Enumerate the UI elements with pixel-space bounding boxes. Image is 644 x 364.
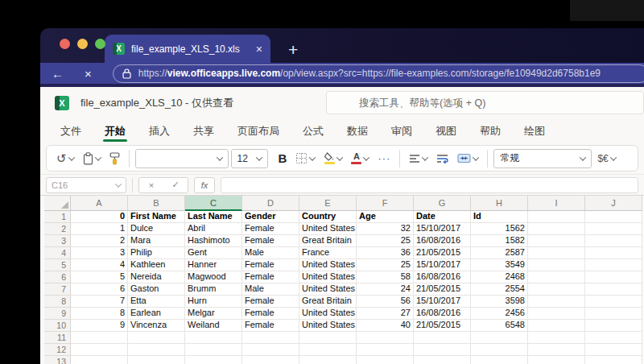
- column-header-G[interactable]: G: [414, 196, 471, 211]
- column-header-H[interactable]: H: [471, 196, 528, 211]
- tab-close-icon[interactable]: ×: [256, 43, 262, 55]
- font-color-button[interactable]: A: [348, 150, 372, 167]
- number-format-select[interactable]: 常规: [493, 149, 592, 168]
- cell-B6[interactable]: Nereida: [128, 271, 185, 283]
- cell-D2[interactable]: Female: [242, 223, 299, 235]
- cell-E4[interactable]: France: [299, 247, 357, 259]
- cell-D13[interactable]: [242, 356, 299, 364]
- menu-tab-7[interactable]: 审阅: [386, 119, 417, 143]
- name-box[interactable]: C16: [46, 177, 126, 193]
- cell-C10[interactable]: Weiland: [185, 320, 242, 332]
- cell-A5[interactable]: 4: [71, 259, 128, 271]
- row-header-11[interactable]: 11: [44, 332, 71, 344]
- cell-B9[interactable]: Earlean: [128, 308, 185, 320]
- cell-H8[interactable]: 3598: [471, 296, 528, 308]
- cell-J9[interactable]: [585, 308, 642, 320]
- cell-I10[interactable]: [528, 320, 585, 332]
- column-header-D[interactable]: D: [242, 196, 299, 211]
- cell-B10[interactable]: Vincenza: [128, 320, 185, 332]
- cell-F13[interactable]: [357, 356, 414, 364]
- cell-G1[interactable]: Date: [414, 211, 471, 223]
- cell-A3[interactable]: 2: [71, 235, 128, 247]
- cell-I4[interactable]: [528, 247, 585, 259]
- cell-F1[interactable]: Age: [357, 211, 414, 223]
- cell-C4[interactable]: Gent: [185, 247, 242, 259]
- cell-B12[interactable]: [128, 344, 185, 356]
- cell-F3[interactable]: 25: [357, 235, 414, 247]
- cell-D3[interactable]: Female: [242, 235, 299, 247]
- wrap-text-button[interactable]: [433, 151, 452, 166]
- cell-I1[interactable]: [528, 211, 585, 223]
- new-tab-button[interactable]: +: [288, 41, 298, 58]
- row-header-7[interactable]: 7: [44, 283, 71, 296]
- cell-D6[interactable]: Female: [242, 271, 299, 283]
- cell-I6[interactable]: [528, 271, 585, 283]
- menu-tab-2[interactable]: 插入: [144, 119, 175, 143]
- menu-tab-3[interactable]: 共享: [188, 119, 219, 143]
- cell-G5[interactable]: 15/10/2017: [414, 259, 471, 271]
- cell-A9[interactable]: 8: [71, 308, 128, 320]
- cell-E2[interactable]: United States: [299, 223, 357, 235]
- cell-F5[interactable]: 25: [357, 259, 414, 271]
- cell-C13[interactable]: [185, 356, 242, 364]
- cell-E1[interactable]: Country: [299, 211, 357, 223]
- more-font-options-button[interactable]: ···: [374, 150, 394, 167]
- cell-G8[interactable]: 15/10/2017: [414, 296, 471, 308]
- row-header-12[interactable]: 12: [44, 344, 71, 356]
- cell-C12[interactable]: [185, 344, 242, 356]
- cell-F8[interactable]: 56: [357, 296, 414, 308]
- cell-J2[interactable]: [585, 223, 642, 235]
- cell-B1[interactable]: First Name: [128, 211, 185, 223]
- menu-tab-10[interactable]: 绘图: [519, 119, 550, 143]
- row-header-8[interactable]: 8: [44, 296, 71, 308]
- cell-D10[interactable]: Female: [242, 320, 299, 332]
- cell-I8[interactable]: [528, 296, 585, 308]
- cell-I3[interactable]: [528, 235, 585, 247]
- browser-tab[interactable]: X file_example_XLS_10.xls ×: [105, 35, 270, 63]
- menu-tab-4[interactable]: 页面布局: [233, 119, 284, 143]
- insert-function-button[interactable]: fx: [194, 177, 215, 193]
- cell-I12[interactable]: [528, 344, 585, 356]
- alignment-button[interactable]: [406, 151, 431, 166]
- cell-D12[interactable]: [242, 344, 299, 356]
- cell-C1[interactable]: Last Name: [185, 211, 242, 223]
- format-painter-button[interactable]: [106, 150, 123, 168]
- undo-button[interactable]: ↺: [53, 150, 77, 167]
- cell-G3[interactable]: 16/08/2016: [414, 235, 471, 247]
- cell-D4[interactable]: Male: [242, 247, 299, 259]
- address-bar[interactable]: https://view.officeapps.live.com/op/view…: [113, 64, 644, 83]
- cell-J11[interactable]: [585, 332, 642, 344]
- cell-G6[interactable]: 16/08/2016: [414, 271, 471, 283]
- cell-F10[interactable]: 40: [357, 320, 414, 332]
- cell-I9[interactable]: [528, 308, 585, 320]
- cell-F9[interactable]: 27: [357, 308, 414, 320]
- cell-C2[interactable]: Abril: [185, 223, 242, 235]
- column-header-J[interactable]: J: [585, 196, 642, 211]
- cell-H11[interactable]: [471, 332, 528, 344]
- column-header-C[interactable]: C: [185, 196, 242, 211]
- cell-F4[interactable]: 36: [357, 247, 414, 259]
- minimize-window-button[interactable]: [77, 39, 88, 49]
- back-icon[interactable]: ←: [52, 68, 64, 80]
- cell-D1[interactable]: Gender: [242, 211, 299, 223]
- row-header-5[interactable]: 5: [44, 259, 71, 271]
- cell-B7[interactable]: Gaston: [128, 283, 185, 296]
- cell-H1[interactable]: Id: [471, 211, 528, 223]
- cell-B13[interactable]: [128, 356, 185, 364]
- cell-H10[interactable]: 6548: [471, 320, 528, 332]
- row-header-9[interactable]: 9: [44, 308, 71, 320]
- cell-E8[interactable]: Great Britain: [299, 296, 357, 308]
- cell-A12[interactable]: [71, 344, 128, 356]
- borders-button[interactable]: [292, 150, 318, 167]
- cell-C11[interactable]: [185, 332, 242, 344]
- stop-icon[interactable]: ×: [85, 68, 92, 80]
- cell-J13[interactable]: [585, 356, 642, 364]
- cell-C7[interactable]: Brumm: [185, 283, 242, 296]
- cell-H12[interactable]: [471, 344, 528, 356]
- cell-I13[interactable]: [528, 356, 585, 364]
- cell-F12[interactable]: [357, 344, 414, 356]
- column-header-I[interactable]: I: [528, 196, 585, 211]
- column-header-F[interactable]: F: [357, 196, 414, 211]
- close-window-button[interactable]: [60, 39, 70, 49]
- menu-tab-9[interactable]: 帮助: [475, 119, 506, 143]
